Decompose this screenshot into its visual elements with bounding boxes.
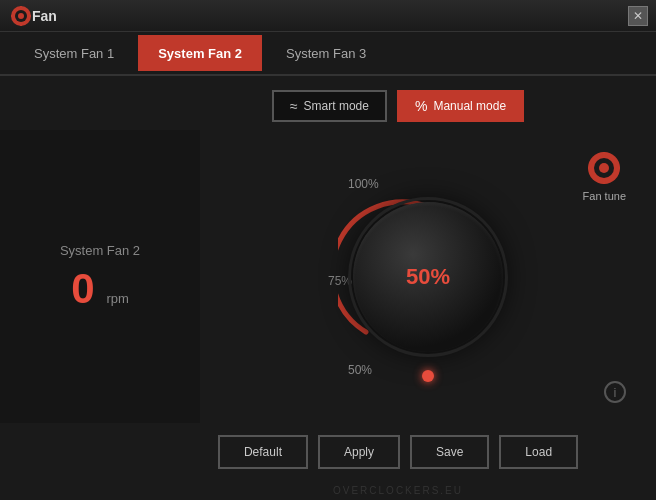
fan-rpm-value: 0 [71, 268, 94, 310]
tabs-row: System Fan 1 System Fan 2 System Fan 3 [0, 32, 656, 76]
tab-fan2[interactable]: System Fan 2 [138, 35, 262, 71]
smart-mode-label: Smart mode [304, 99, 369, 113]
right-panel: Fan tune 100% 75% 50% 50% [200, 130, 656, 423]
bottom-buttons: Default Apply Save Load [140, 423, 656, 485]
fan-tune-label: Fan tune [583, 190, 626, 202]
apply-button[interactable]: Apply [318, 435, 400, 469]
tab-fan1[interactable]: System Fan 1 [14, 35, 134, 71]
smart-mode-icon: ≈ [290, 98, 298, 114]
manual-mode-icon: % [415, 98, 427, 114]
content-area: System Fan 2 0 rpm Fan tune [0, 130, 656, 423]
close-button[interactable]: ✕ [628, 6, 648, 26]
manual-mode-button[interactable]: % Manual mode [397, 90, 524, 122]
info-button[interactable]: i [604, 381, 626, 403]
left-panel: System Fan 2 0 rpm [0, 130, 200, 423]
fan-tune-icon [586, 150, 622, 186]
main-content: ≈ Smart mode % Manual mode System Fan 2 … [0, 76, 656, 500]
app-logo [10, 5, 32, 27]
window-title: Fan [32, 8, 57, 24]
load-button[interactable]: Load [499, 435, 578, 469]
manual-mode-label: Manual mode [433, 99, 506, 113]
mode-row: ≈ Smart mode % Manual mode [140, 76, 656, 130]
svg-point-9 [599, 163, 609, 173]
title-bar: Fan ✕ [0, 0, 656, 32]
knob-percent-value: 50% [406, 264, 450, 290]
smart-mode-button[interactable]: ≈ Smart mode [272, 90, 387, 122]
footer-brand: OVERCLOCKERS.EU [140, 485, 656, 500]
fan-rpm-unit: rpm [106, 291, 128, 306]
default-button[interactable]: Default [218, 435, 308, 469]
fan-speed-knob[interactable]: 50% [353, 202, 503, 352]
tab-fan3[interactable]: System Fan 3 [266, 35, 386, 71]
svg-point-2 [18, 13, 24, 19]
save-button[interactable]: Save [410, 435, 489, 469]
fan-name-label: System Fan 2 [60, 243, 140, 258]
fan-tune-button[interactable]: Fan tune [583, 150, 626, 202]
knob-area[interactable]: 100% 75% 50% 50% [318, 167, 538, 387]
knob-indicator-dot [422, 370, 434, 382]
